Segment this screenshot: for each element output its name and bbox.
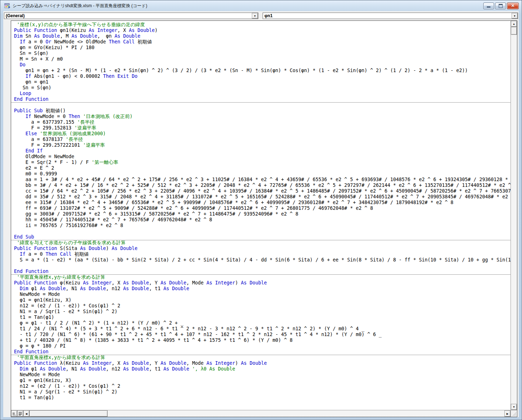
code-line: dd = 35# / 512 * e2 ^ 3 + 315# / 2048 * … <box>14 194 511 200</box>
title-bar[interactable]: シープ読み込み⇒バイナリshdt変換.xlsm - 平面直角座標変換 (コード)… <box>0 0 522 11</box>
close-icon: ✕ <box>511 4 514 8</box>
code-line: NewMode = Mode <box>14 292 511 297</box>
code-area[interactable]: '座標(x,y)の点から基準子午線へ下らせる垂線の足の緯度Public Func… <box>11 21 511 410</box>
scroll-right-icon: ▶ <box>507 412 508 415</box>
code-line: M = Sn + X / m0 <box>14 56 511 62</box>
vba-code-window: シープ読み込み⇒バイナリshdt変換.xlsm - 平面直角座標変換 (コード)… <box>0 0 522 420</box>
code-line-with-separator: '平面直角座標x,yから緯度を求める計算 <box>14 274 511 280</box>
code-line: If a = 0 Or NewMode <> OldMode Then Call… <box>14 39 511 45</box>
code-line: gg = 3003# / 2097152# * e2 ^ 6 + 315315#… <box>14 211 511 217</box>
combo-bar: (General) ▼ φn1 ▼ <box>3 11 519 20</box>
scroll-down-button[interactable]: ▼ <box>511 404 517 410</box>
code-line: Do <box>14 62 511 68</box>
vertical-scrollbar-thumb[interactable] <box>511 27 517 35</box>
scroll-down-icon: ▼ <box>513 406 515 408</box>
code-line: S = a * (1 - e2) * (aa * (Sita) - bb * S… <box>14 257 511 263</box>
code-line: E = Sqr(2 * F - 1) / F '第一離心率 <box>14 160 511 165</box>
code-line: Public Sub 初期値() <box>14 108 511 114</box>
code-window-client: (General) ▼ φn1 ▼ '座標(x,y)の点から基準子午線へ下らせる… <box>3 11 519 417</box>
vertical-scrollbar-track[interactable] <box>511 35 517 404</box>
procedure-view-button[interactable] <box>11 410 17 417</box>
code-line: Else '世界測地系 (測地成果2000) <box>14 131 511 137</box>
code-line: φ1 = φn1(Keizu, X) <box>14 378 511 383</box>
restore-icon <box>499 4 503 8</box>
code-line: cc = 15# / 64 * e2 ^ 2 + 105# / 256 * e2… <box>14 188 511 194</box>
code-line: End Function <box>14 96 511 102</box>
code-line: a = 6377397.155 '長半径 <box>14 119 511 125</box>
code-line-with-separator: '平面直角座標x,yから緯度を求める計算 <box>14 355 511 360</box>
scroll-up-icon: ▲ <box>513 23 515 25</box>
code-line: Dim Sn As Double, M As Double, φn As Dou… <box>14 33 511 39</box>
minimize-icon <box>487 6 490 8</box>
scroll-left-icon: ◀ <box>25 412 27 415</box>
code-line <box>14 263 511 269</box>
code-line: Loop <box>14 91 511 96</box>
code-line: Public Function S(Sita As Double) As Dou… <box>14 246 511 251</box>
procedure-dropdown-value: φn1 <box>263 13 512 19</box>
code-line: hh = 45045# / 117440512# * e2 ^ 7 + 7657… <box>14 217 511 223</box>
code-line: End If <box>14 148 511 154</box>
code-line: End Function <box>14 349 511 355</box>
code-line: t1 = Tan(φ1) <box>14 315 511 320</box>
scroll-left-button[interactable]: ◀ <box>23 410 29 417</box>
code-line: Dim φ1 As Double, N1 As Double, n12 As D… <box>14 286 511 292</box>
code-line: End Function <box>14 269 511 274</box>
code-line: e2 = E ^ 2 <box>14 165 511 171</box>
code-line: Sn = S(φn) <box>14 51 511 56</box>
code-line: N1 = a / Sqr(1 - e2 * Sin(φ1) ^ 2) <box>14 309 511 315</box>
resize-grip-icon <box>511 411 517 416</box>
code-line: + t1 / 40320 / (N1 ^ 8) * (1385 + 3633 *… <box>14 338 511 343</box>
code-line: End Sub <box>14 234 511 240</box>
code-line: bb = 3# / 4 * e2 + 15# / 16 * e2 ^ 2 + 5… <box>14 183 511 188</box>
code-line: ff = 693# / 131072# * e2 ^ 5 + 9009# / 5… <box>14 206 511 211</box>
code-line: φ1 = φn1(Keizu, X) <box>14 297 511 303</box>
resize-grip[interactable] <box>511 410 517 417</box>
code-line: Sn = S(φn) <box>14 85 511 91</box>
code-line: ee = 315# / 16384 * e2 ^ 4 + 3465# / 655… <box>14 200 511 206</box>
code-line: φ = φ1 - t1 / 2 / (N1 ^ 2) * (1 + n12) *… <box>14 320 511 326</box>
object-dropdown-button[interactable]: ▼ <box>252 13 258 19</box>
object-dropdown[interactable]: (General) ▼ <box>4 13 258 19</box>
scroll-up-button[interactable]: ▲ <box>511 21 517 27</box>
code-line: N1 = a / Sqr(1 - e2 * Sin(φ1) ^ 2) <box>14 389 511 395</box>
code-line: φn = φn1 <box>14 79 511 85</box>
code-line: φn1 = φn + 2 * (Sn - M) * (1 - e2 * Sin(… <box>14 68 511 74</box>
full-module-view-icon <box>18 412 22 416</box>
code-line: φn = GYo(Keizu) * PI / 180 <box>14 45 511 51</box>
code-line: φ = φ * 180 / PI <box>14 343 511 349</box>
horizontal-scrollbar-track[interactable] <box>108 410 504 417</box>
code-line: NewMode = Mode <box>14 372 511 378</box>
code-line: n12 = (e2 / (1 - e2)) * Cos(φ1) ^ 2 <box>14 303 511 309</box>
restore-button[interactable] <box>495 3 506 9</box>
chevron-down-icon: ▼ <box>254 15 256 17</box>
code-line: Dim φ1 As Double, N1 As Double, n12 As D… <box>14 366 511 372</box>
code-line: Public Function λ(Keizu As Integer, X As… <box>14 360 511 366</box>
procedure-dropdown[interactable]: φn1 ▼ <box>263 13 518 19</box>
procedure-dropdown-button[interactable]: ▼ <box>512 13 518 19</box>
code-line: If NewMode = 0 Then '日本測地系 (改正前) <box>14 114 511 119</box>
vertical-scrollbar[interactable]: ▲ ▼ <box>511 21 517 410</box>
code-line: If a = 0 Then Call 初期値 <box>14 251 511 257</box>
code-line: Public Function φ(Keizu As Integer, X As… <box>14 280 511 286</box>
close-button[interactable]: ✕ <box>507 3 519 9</box>
window-title: シープ読み込み⇒バイナリshdt変換.xlsm - 平面直角座標変換 (コード) <box>13 3 147 9</box>
horizontal-scrollbar[interactable]: ◀ ▶ <box>11 410 511 417</box>
code-line: n12 = (e2 / (1 - e2)) * Cos(φ1) ^ 2 <box>14 383 511 389</box>
full-module-view-button[interactable] <box>17 410 23 417</box>
code-line: If Abs(φn1 - φn) < 0.00002 Then Exit Do <box>14 74 511 79</box>
code-line: aa = 1 + 3# / 4 * e2 + 45# / 64 * e2 ^ 2… <box>14 177 511 183</box>
code-line: t1 / 24 / (N1 ^ 4) * (5 + 3 * t1 ^ 2 + 6… <box>14 326 511 332</box>
vba-code-window-icon <box>4 3 10 9</box>
code-line: F = 299.257222101 '逆扁平率 <box>14 142 511 148</box>
horizontal-scrollbar-thumb[interactable] <box>29 410 108 417</box>
code-pane: '座標(x,y)の点から基準子午線へ下らせる垂線の足の緯度Public Func… <box>11 20 517 417</box>
object-dropdown-value: (General) <box>4 13 252 19</box>
code-line-with-separator: '緯度を与えて赤道からの子午線弧長を求める計算 <box>14 240 511 246</box>
procedure-view-icon <box>12 412 16 416</box>
minimize-button[interactable] <box>483 3 494 9</box>
code-line: '座標(x,y)の点から基準子午線へ下らせる垂線の足の緯度 <box>14 22 511 28</box>
scroll-right-button[interactable]: ▶ <box>504 410 511 417</box>
code-line <box>14 401 511 406</box>
code-line-with-separator <box>14 102 511 108</box>
code-line <box>14 228 511 234</box>
